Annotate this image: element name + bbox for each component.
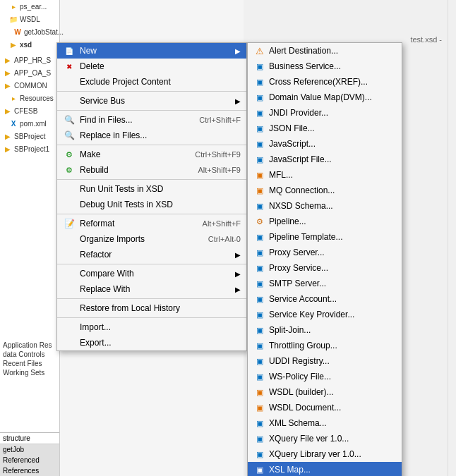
menu-label-find: Find in Files...	[80, 115, 192, 125]
new-nxsd[interactable]: ▣ NXSD Schema...	[248, 198, 402, 214]
new-uddi-label: UDDI Registry...	[269, 356, 330, 366]
new-proxy-service[interactable]: ▣ Proxy Service...	[248, 260, 402, 276]
organize-shortcut: Ctrl+Alt-0	[208, 235, 241, 243]
tab-referenced[interactable]: Referenced	[0, 455, 59, 465]
menu-item-debug-unit[interactable]: Debug Unit Tests in XSD	[57, 197, 246, 212]
tab-references[interactable]: References	[0, 465, 59, 476]
folder-icon: ▶	[3, 144, 13, 154]
new-proxy-server[interactable]: ▣ Proxy Server...	[248, 245, 402, 260]
scrollbar[interactable]	[448, 0, 456, 476]
new-split-label: Split-Join...	[269, 325, 311, 335]
menu-item-organize[interactable]: Organize Imports Ctrl+Alt-0	[57, 231, 246, 247]
jndi-icon: ▣	[253, 107, 266, 118]
folder-icon: ▶	[8, 39, 18, 49]
tab-structure[interactable]: structure	[0, 433, 59, 444]
menu-item-replace-files[interactable]: 🔍 Replace in Files...	[57, 128, 246, 143]
menu-item-replace-with[interactable]: Replace With ▶	[57, 281, 246, 297]
tree-item-resources: ▸ Resources	[0, 92, 59, 104]
menu-item-import[interactable]: Import...	[57, 319, 246, 335]
split-icon: ▣	[253, 324, 266, 336]
new-split-join[interactable]: ▣ Split-Join...	[248, 322, 402, 338]
menu-label-replace-with: Replace With	[80, 284, 232, 294]
pipeline-template-icon: ▣	[253, 231, 266, 243]
restore-icon	[63, 303, 76, 314]
replace-with-icon	[63, 283, 76, 295]
new-alert[interactable]: ⚠ Alert Destination...	[248, 43, 402, 59]
tab-getjob[interactable]: getJob	[0, 444, 59, 455]
menu-item-run-unit[interactable]: Run Unit Tests in XSD	[57, 181, 246, 197]
ide-background: ▸ ps_ear... 📁 WSDL W getJobStat... ▶ xsd…	[0, 0, 456, 476]
menu-label-service-bus: Service Bus	[80, 96, 232, 106]
folder-icon: ▶	[3, 106, 13, 116]
new-xsl-map[interactable]: ▣ XSL Map...	[248, 462, 402, 476]
tree-item-wsdl-file: W getJobStat...	[0, 25, 59, 38]
folder-icon: ▶	[3, 55, 13, 65]
export-icon	[63, 337, 76, 348]
new-xquery-lib[interactable]: ▣ XQuery Library ver 1.0...	[248, 446, 402, 462]
new-wsdl-builder[interactable]: ▣ WSDL (builder)...	[248, 384, 402, 400]
menu-item-make[interactable]: ⚙ Make Ctrl+Shift+F9	[57, 147, 246, 162]
new-xquery1[interactable]: ▣ XQuery File ver 1.0...	[248, 431, 402, 446]
new-javascript[interactable]: ▣ JavaScript...	[248, 136, 402, 152]
new-alert-label: Alert Destination...	[269, 46, 338, 56]
new-pipeline-template[interactable]: ▣ Pipeline Template...	[248, 229, 402, 245]
menu-item-rebuild[interactable]: ⚙ Rebuild Alt+Shift+F9	[57, 162, 246, 178]
menu-item-restore[interactable]: Restore from Local History	[57, 300, 246, 316]
xquery1-icon: ▣	[253, 433, 266, 444]
menu-label-organize: Organize Imports	[80, 234, 201, 244]
new-xml-schema[interactable]: ▣ XML Schema...	[248, 415, 402, 431]
menu-label-compare: Compare With	[80, 269, 232, 279]
tree-item-app-hr: ▶ APP_HR_S	[0, 54, 59, 66]
new-svc-key-label: Service Key Provider...	[269, 310, 354, 319]
new-javascript-file[interactable]: ▣ JavaScript File...	[248, 152, 402, 167]
new-jsf-label: JavaScript File...	[269, 154, 332, 164]
new-json-file[interactable]: ▣ JSON File...	[248, 121, 402, 136]
new-mfl[interactable]: ▣ MFL...	[248, 167, 402, 183]
menu-item-delete[interactable]: ✖ Delete	[57, 59, 246, 74]
service-bus-icon	[63, 95, 76, 106]
new-xref[interactable]: ▣ Cross Reference(XREF)...	[248, 74, 402, 90]
menu-item-compare[interactable]: Compare With ▶	[57, 266, 246, 281]
menu-item-new[interactable]: 📄 New ▶	[57, 43, 246, 59]
new-throttling[interactable]: ▣ Throttling Group...	[248, 338, 402, 353]
throttle-icon: ▣	[253, 340, 266, 351]
new-xml-schema-label: XML Schema...	[269, 418, 327, 428]
new-proxy-service-label: Proxy Service...	[269, 263, 328, 273]
tree-item-common: ▶ COMMON	[0, 79, 59, 92]
submenu-arrow-refactor: ▶	[235, 251, 241, 259]
run-icon	[63, 183, 76, 195]
new-business[interactable]: ▣ Business Service...	[248, 59, 402, 74]
new-service-key[interactable]: ▣ Service Key Provider...	[248, 307, 402, 322]
new-wsdl-doc-label: WSDL Document...	[269, 403, 341, 413]
menu-item-export[interactable]: Export...	[57, 335, 246, 350]
menu-label-replace-files: Replace in Files...	[80, 130, 241, 140]
submenu-arrow-replace: ▶	[235, 286, 241, 293]
new-js-label: JavaScript...	[269, 139, 316, 149]
menu-item-reformat[interactable]: 📝 Reformat Alt+Shift+F	[57, 216, 246, 231]
menu-item-service-bus[interactable]: Service Bus ▶	[57, 93, 246, 109]
menu-label-exclude: Exclude Project Content	[80, 77, 241, 87]
folder-icon: ▶	[3, 80, 13, 90]
menu-item-refactor[interactable]: Refactor ▶	[57, 247, 246, 262]
new-smtp[interactable]: ▣ SMTP Server...	[248, 276, 402, 291]
new-jndi[interactable]: ▣ JNDI Provider...	[248, 105, 402, 121]
new-wsdl-doc[interactable]: ▣ WSDL Document...	[248, 400, 402, 415]
new-uddi[interactable]: ▣ UDDI Registry...	[248, 353, 402, 369]
filename-hint: test.xsd -	[410, 35, 442, 44]
new-service-account[interactable]: ▣ Service Account...	[248, 291, 402, 307]
context-menu-main: 📄 New ▶ ✖ Delete Exclude Project Content…	[56, 42, 247, 351]
new-dvm[interactable]: ▣ Domain Value Map(DVM)...	[248, 90, 402, 105]
new-ws-policy[interactable]: ▣ WS-Policy File...	[248, 369, 402, 384]
new-xref-label: Cross Reference(XREF)...	[269, 77, 368, 87]
folder-icon: ▶	[3, 131, 13, 141]
business-icon: ▣	[253, 61, 266, 72]
menu-item-find[interactable]: 🔍 Find in Files... Ctrl+Shift+F	[57, 112, 246, 128]
uddi-icon: ▣	[253, 355, 266, 367]
new-mq[interactable]: ▣ MQ Connection...	[248, 183, 402, 198]
new-xsl-map-label: XSL Map...	[269, 465, 311, 475]
submenu-arrow-new: ▶	[235, 47, 241, 55]
menu-item-exclude[interactable]: Exclude Project Content	[57, 74, 246, 90]
new-pipeline[interactable]: ⚙ Pipeline...	[248, 214, 402, 229]
tree-item-wsdl-folder: 📁 WSDL	[0, 13, 59, 25]
new-pipeline-label: Pipeline...	[269, 216, 306, 226]
